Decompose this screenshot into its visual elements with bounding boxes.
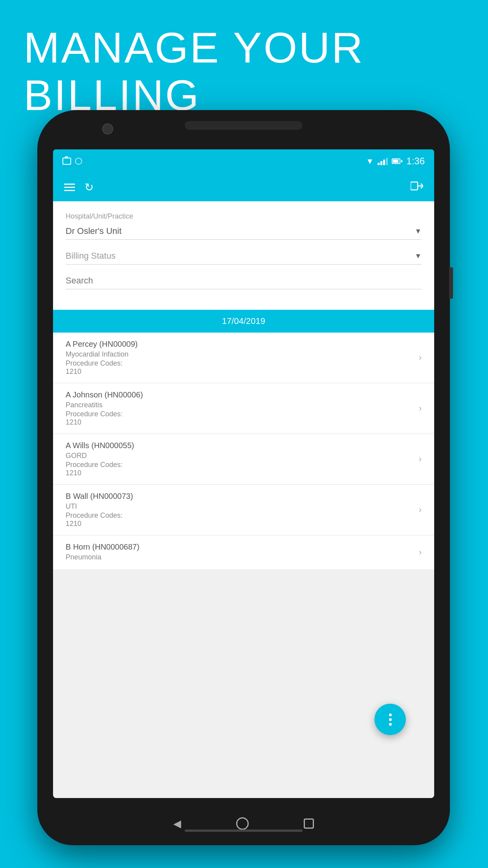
- phone-screen: ▼ 1:36: [53, 149, 434, 798]
- chevron-right-icon: ›: [419, 403, 422, 414]
- nav-home-button[interactable]: [236, 817, 249, 830]
- chevron-right-icon: ›: [419, 505, 422, 515]
- date-header: 17/04/2019: [53, 310, 434, 333]
- phone-nav-bar: ◀: [37, 802, 450, 845]
- signal-bar-4: [386, 158, 388, 165]
- patient-info: A Wills (HN000055) GORD Procedure Codes:…: [66, 441, 419, 477]
- sim-icon: [62, 158, 71, 165]
- fab-more-options[interactable]: [374, 704, 406, 735]
- patient-item[interactable]: A Percey (HN00009) Myocardial Infaction …: [53, 333, 434, 383]
- billing-dropdown-arrow: ▼: [415, 252, 422, 260]
- phone-side-button: [449, 267, 453, 299]
- patient-diagnosis: Pneumonia: [66, 553, 419, 561]
- search-input[interactable]: [66, 276, 422, 286]
- signal-bar-1: [378, 163, 380, 165]
- patient-info: B Horn (HN0000687) Pneumonia: [66, 542, 419, 562]
- patient-procedure-label: Procedure Codes:: [66, 511, 419, 520]
- patient-procedure-code: 1210: [66, 418, 419, 427]
- svg-rect-0: [411, 182, 418, 190]
- billing-status-dropdown[interactable]: Billing Status ▼: [66, 248, 422, 265]
- phone-speaker: [185, 121, 303, 130]
- status-time: 1:36: [406, 156, 425, 167]
- patient-procedure-code: 1210: [66, 368, 419, 376]
- main-content: Hospital/Unit/Practice Dr Osler's Unit ▼…: [53, 201, 434, 310]
- patient-name: A Johnson (HN00006): [66, 390, 419, 399]
- hospital-value: Dr Osler's Unit: [66, 226, 121, 236]
- patient-name: B Wall (HN000073): [66, 492, 419, 501]
- toolbar-left: ↻: [64, 181, 94, 194]
- patient-diagnosis: Pancreatitis: [66, 401, 419, 409]
- fab-dots-icon: [389, 714, 392, 726]
- app-toolbar: ↻: [53, 173, 434, 201]
- patient-name: A Wills (HN000055): [66, 441, 419, 450]
- wifi-icon: ▼: [366, 157, 374, 166]
- billing-status-label: Billing Status: [66, 251, 116, 261]
- search-field[interactable]: [66, 272, 422, 289]
- patient-item[interactable]: B Horn (HN0000687) Pneumonia ›: [53, 535, 434, 569]
- patient-info: A Johnson (HN00006) Pancreatitis Procedu…: [66, 390, 419, 427]
- phone-frame: ▼ 1:36: [37, 110, 450, 845]
- chevron-right-icon: ›: [419, 547, 422, 557]
- chevron-right-icon: ›: [419, 353, 422, 363]
- patient-item[interactable]: A Johnson (HN00006) Pancreatitis Procedu…: [53, 383, 434, 434]
- signal-circle-icon: [75, 158, 82, 165]
- patient-procedure-code: 1210: [66, 469, 419, 477]
- patient-item[interactable]: B Wall (HN000073) UTI Procedure Codes: 1…: [53, 485, 434, 535]
- patient-diagnosis: UTI: [66, 502, 419, 511]
- patient-procedure-label: Procedure Codes:: [66, 461, 419, 469]
- hospital-dropdown[interactable]: Dr Osler's Unit ▼: [66, 223, 422, 240]
- nav-back-button[interactable]: ◀: [173, 818, 181, 830]
- patient-info: B Wall (HN000073) UTI Procedure Codes: 1…: [66, 492, 419, 528]
- patient-info: A Percey (HN00009) Myocardial Infaction …: [66, 340, 419, 376]
- patient-list: A Percey (HN00009) Myocardial Infaction …: [53, 333, 434, 569]
- status-bar: ▼ 1:36: [53, 149, 434, 173]
- battery-icon: [392, 158, 402, 164]
- signal-bar-2: [380, 161, 382, 165]
- patient-name: B Horn (HN0000687): [66, 542, 419, 552]
- hospital-label: Hospital/Unit/Practice: [66, 212, 422, 221]
- patient-procedure-label: Procedure Codes:: [66, 410, 419, 418]
- phone-camera: [102, 123, 113, 134]
- status-right-icons: ▼ 1:36: [366, 156, 425, 167]
- battery-tip: [401, 160, 402, 162]
- patient-diagnosis: Myocardial Infaction: [66, 350, 419, 359]
- patient-name: A Percey (HN00009): [66, 340, 419, 349]
- page-headline: MANAGE YOUR BILLING: [24, 24, 464, 119]
- nav-recent-button[interactable]: [304, 818, 314, 829]
- patient-procedure-label: Procedure Codes:: [66, 359, 419, 368]
- refresh-button[interactable]: ↻: [84, 181, 94, 194]
- patient-item[interactable]: A Wills (HN000055) GORD Procedure Codes:…: [53, 434, 434, 485]
- signal-bars: [378, 157, 388, 165]
- hospital-dropdown-arrow: ▼: [415, 227, 422, 235]
- phone-mockup: ▼ 1:36: [37, 110, 450, 845]
- patient-diagnosis: GORD: [66, 452, 419, 460]
- battery-body: [392, 158, 400, 164]
- status-left-icons: [62, 158, 82, 165]
- phone-bottom-bar: [185, 829, 303, 832]
- logout-button[interactable]: [411, 180, 423, 194]
- patient-procedure-code: 1210: [66, 520, 419, 528]
- hamburger-menu-button[interactable]: [64, 184, 75, 191]
- chevron-right-icon: ›: [419, 454, 422, 464]
- hospital-dropdown-group: Hospital/Unit/Practice Dr Osler's Unit ▼: [66, 212, 422, 240]
- signal-bar-3: [383, 160, 385, 165]
